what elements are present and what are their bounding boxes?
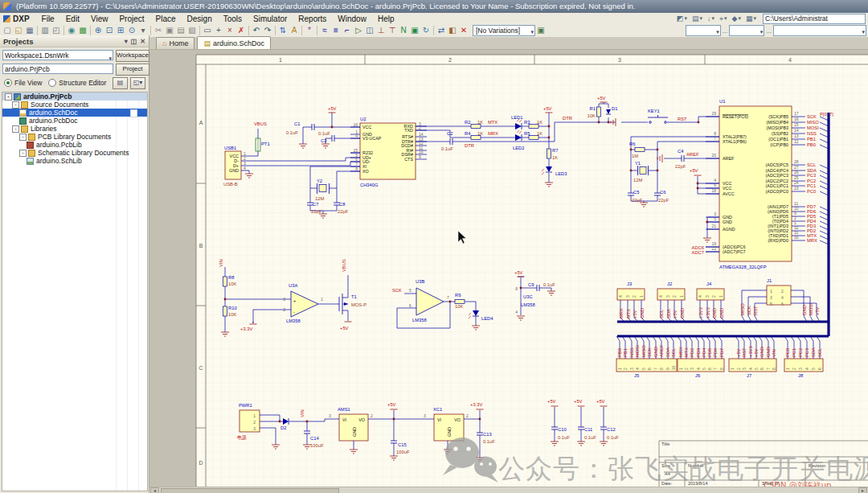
dropdown-caret-icon[interactable]: ▾ [137, 25, 149, 36]
open-icon[interactable]: ◱ [13, 25, 24, 36]
pin-panel-icon[interactable]: ⌖ [719, 14, 723, 23]
place-directive-icon[interactable]: ▣ [409, 25, 420, 36]
schematic-canvas[interactable]: +5VC10.1uFVBUSPT10.1uFC3Y212MC722pFC822p… [149, 50, 868, 493]
zoom-fit-icon[interactable]: ⊡ [104, 25, 115, 36]
project-button[interactable]: Project [116, 64, 149, 76]
place-part-icon[interactable]: ▷ [353, 25, 364, 36]
zoom-area-icon[interactable]: ⊞ [115, 25, 126, 36]
print-preview-icon[interactable]: ◰ [51, 25, 62, 36]
collapse-icon[interactable]: - [12, 101, 19, 109]
dropdown-caret-icon[interactable]: ▾ [684, 15, 687, 22]
workspace-button[interactable]: Workspace [116, 50, 149, 62]
place-wire-icon[interactable]: ≈ [319, 25, 330, 36]
tree-item-pcb-library-documents[interactable]: -PCB Library Documents [2, 133, 147, 141]
menu-place[interactable]: Place [150, 14, 182, 23]
jewel-tool-icon[interactable]: ◆ [732, 14, 738, 23]
select-area-icon[interactable]: ▭ [202, 25, 213, 36]
redo-icon[interactable]: ↷ [262, 25, 273, 36]
tab-home[interactable]: ⌂Home [156, 37, 194, 49]
menu-tools[interactable]: Tools [218, 14, 248, 23]
download-icon[interactable]: ↓ [707, 14, 711, 23]
save-icon[interactable]: ▦ [24, 25, 35, 36]
tree-item-arduino-schlib[interactable]: arduino.SchLib [2, 157, 147, 165]
grid-combo-2[interactable]: ▾ [729, 25, 764, 36]
close-icon[interactable]: ✕ [140, 38, 145, 45]
open-device-view-icon[interactable]: ◉ [66, 25, 77, 36]
variant-manager-icon[interactable]: ▣ [535, 25, 547, 36]
tab-arduino-schdoc[interactable]: ▤arduino.SchDoc [197, 36, 271, 49]
place-sheet-symbol-icon[interactable]: ◫ [364, 25, 375, 36]
dock-icon[interactable]: ◫ [131, 38, 137, 45]
scrollbar-thumb[interactable] [161, 488, 339, 493]
collapse-icon[interactable]: - [19, 134, 27, 141]
open-folder-dropdown-icon[interactable]: ◱▾ [130, 77, 145, 89]
scroll-left-icon[interactable]: ◄ [150, 487, 159, 493]
annotate-icon[interactable]: A [289, 25, 300, 36]
tree-item-source-documents[interactable]: -Source Documents [2, 101, 147, 109]
menu-view[interactable]: View [85, 14, 114, 23]
projects-panel-header[interactable]: Projects ▾◫✕ [0, 35, 149, 47]
dropdown-caret-icon[interactable]: ▾ [753, 15, 756, 22]
file-view-radio[interactable] [4, 79, 12, 87]
place-bus-entry-icon[interactable]: ⌐ [342, 25, 353, 36]
menu-edit[interactable]: Edit [60, 14, 85, 23]
tree-item-schematic-library-documents[interactable]: -Schematic Library Documents [2, 149, 147, 157]
collapse-icon[interactable]: - [5, 93, 12, 101]
place-gnd-port-icon[interactable]: ⊤ [387, 25, 398, 36]
place-power-port-icon[interactable]: ⊥ [375, 25, 387, 36]
dropdown-caret-icon[interactable]: ▾ [724, 15, 727, 22]
move-icon[interactable]: + [213, 25, 224, 36]
compare-icon[interactable]: ⇄ [436, 25, 447, 36]
paste-array-icon[interactable]: ▧ [186, 25, 198, 36]
sort-documents-icon[interactable]: ▤ [113, 77, 128, 89]
cut-icon[interactable]: ✂ [153, 25, 164, 36]
dropdown-caret-icon[interactable]: ▾ [738, 15, 741, 22]
tree-item-arduino-schdoc[interactable]: arduino.SchDoc [2, 109, 147, 117]
dropdown-caret-icon[interactable]: ▾ [711, 15, 714, 22]
place-bus-icon[interactable]: ≡ [330, 25, 342, 36]
print-icon[interactable]: ▥ [39, 25, 51, 36]
scroll-right-icon[interactable]: ► [858, 487, 867, 493]
menu-reports[interactable]: Reports [293, 14, 332, 23]
grid-combo-1[interactable]: ▾ [686, 25, 721, 36]
schematic-filter-icon[interactable]: ◩ [677, 14, 684, 23]
tree-item-arduino-pcbdoc[interactable]: arduino.PcbDoc [2, 117, 147, 125]
collapse-icon[interactable]: - [12, 125, 19, 133]
dxp-menu[interactable]: DXP [0, 14, 36, 23]
new-document-icon[interactable]: ▢ [2, 25, 13, 36]
undo-icon[interactable]: ↶ [251, 25, 262, 36]
clear-filter-icon[interactable]: ✗ [235, 25, 247, 36]
browse-components-icon[interactable]: ▩ [77, 25, 88, 36]
place-net-label-icon[interactable]: N [398, 25, 409, 36]
structure-editor-radio[interactable] [48, 79, 56, 87]
storage-icon[interactable]: ◧ [447, 25, 458, 36]
menu-project[interactable]: Project [113, 14, 149, 23]
cross-probe-icon[interactable]: ⇅ [277, 25, 289, 36]
zoom-selected-icon[interactable]: ⊙ [126, 25, 137, 36]
menu-file[interactable]: File [36, 14, 60, 23]
recent-path-combo[interactable]: C:\Users\Administrat [763, 14, 866, 24]
grid-combo-3[interactable]: ▾ [773, 25, 866, 36]
collapse-icon[interactable]: - [19, 150, 27, 157]
compile-icon[interactable]: * [304, 25, 315, 36]
refresh-icon[interactable]: ↻ [420, 25, 432, 36]
copy-icon[interactable]: ▣ [164, 25, 175, 36]
variations-combo[interactable]: [No Variations]▾ [473, 25, 535, 36]
menu-design[interactable]: Design [182, 14, 218, 23]
quick-print-icon[interactable]: ▤ [692, 14, 699, 23]
tree-item-arduino-pcblib[interactable]: arduino.PcbLib [2, 141, 147, 149]
tree-item-arduino-prjpcb[interactable]: -arduino.PrjPcb [2, 92, 147, 101]
zoom-window-icon[interactable]: ⊕ [92, 25, 104, 36]
workspace-combo[interactable]: Workspace1.DsnWrk▾ [2, 50, 113, 60]
deselect-icon[interactable]: × [224, 25, 235, 36]
canvas-hscrollbar[interactable]: ◄ ► [149, 487, 868, 493]
menu-simulator[interactable]: Simulator [248, 14, 293, 23]
stop-icon[interactable]: ✕ [458, 25, 469, 36]
menu-help[interactable]: Help [372, 14, 400, 23]
paste-icon[interactable]: ▤ [175, 25, 186, 36]
grid-settings-icon[interactable]: ▦ [746, 14, 753, 23]
project-field[interactable]: arduino.PrjPcb [2, 64, 113, 74]
tree-item-libraries[interactable]: -Libraries [2, 125, 147, 133]
menu-window[interactable]: Window [332, 14, 372, 23]
dropdown-caret-icon[interactable]: ▾ [699, 15, 702, 22]
